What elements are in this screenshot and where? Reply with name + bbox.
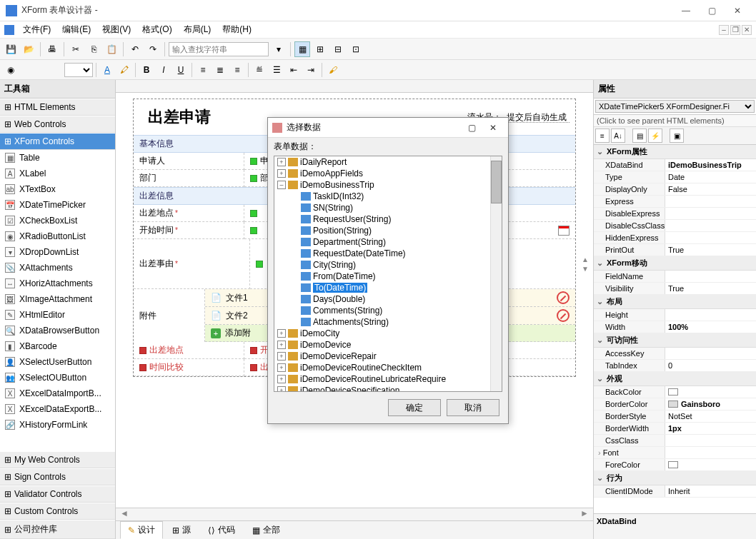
separator <box>96 63 96 77</box>
brush-icon[interactable]: 🖌 <box>325 62 341 78</box>
separator <box>290 42 291 56</box>
menubar: 文件(F) 编辑(E) 视图(V) 格式(O) 布局(L) 帮助(H) – ❐ … <box>0 21 756 39</box>
menu-layout[interactable]: 布局(L) <box>178 22 217 37</box>
menu-file[interactable]: 文件(F) <box>17 22 56 37</box>
align-left-icon[interactable]: ≡ <box>195 62 211 78</box>
menu-view[interactable]: 视图(V) <box>96 22 136 37</box>
separator <box>322 63 322 77</box>
bold-icon[interactable]: B <box>139 62 154 78</box>
font-size-combo[interactable] <box>64 63 93 77</box>
main-toolbar: 💾 📂 🖶 ✂ ⎘ 📋 ↶ ↷ ▾ ▦ ⊞ ⊟ ⊡ <box>0 39 756 60</box>
print-icon[interactable]: 🖶 <box>44 41 60 57</box>
copy-icon[interactable]: ⎘ <box>86 41 101 57</box>
close-button[interactable]: ✕ <box>725 2 750 19</box>
menu-help[interactable]: 帮助(H) <box>217 22 257 37</box>
align-right-icon[interactable]: ≡ <box>229 62 245 78</box>
outdent-icon[interactable]: ⇤ <box>286 62 302 78</box>
menu-edit[interactable]: 编辑(E) <box>56 22 96 37</box>
grid4-icon[interactable]: ⊡ <box>348 41 364 57</box>
separator <box>135 63 136 77</box>
open-icon[interactable]: 📂 <box>21 41 36 57</box>
mdi-close-icon[interactable]: ✕ <box>742 25 752 35</box>
backcolor-icon[interactable]: 🖍 <box>116 62 132 78</box>
grid3-icon[interactable]: ⊟ <box>330 41 346 57</box>
separator <box>123 42 124 56</box>
titlebar: XForm 表单设计器 - — ▢ ✕ <box>0 0 756 21</box>
app-icon <box>6 5 17 16</box>
grid-icon[interactable]: ▦ <box>294 41 310 57</box>
window-title: XForm 表单设计器 - <box>21 4 673 16</box>
mdi-restore-icon[interactable]: ❐ <box>730 25 740 35</box>
separator <box>192 63 192 77</box>
align-center-icon[interactable]: ≣ <box>212 62 228 78</box>
list-num-icon[interactable]: ≝ <box>252 62 267 78</box>
search-input[interactable] <box>169 42 269 56</box>
grid2-icon[interactable]: ⊞ <box>312 41 328 57</box>
mdi-min-icon[interactable]: – <box>719 25 729 35</box>
paste-icon[interactable]: 📋 <box>104 41 119 57</box>
redo-icon[interactable]: ↷ <box>145 41 161 57</box>
list-bullet-icon[interactable]: ☰ <box>269 62 284 78</box>
separator <box>164 42 165 56</box>
format-toolbar: ◉ A 🖍 B I U ≡ ≣ ≡ ≝ ☰ ⇤ ⇥ 🖌 <box>0 60 756 80</box>
separator <box>40 42 41 56</box>
menu-app-icon <box>4 25 14 35</box>
underline-icon[interactable]: U <box>173 62 189 78</box>
minimize-button[interactable]: — <box>673 2 699 19</box>
separator <box>64 42 64 56</box>
separator <box>248 63 249 77</box>
italic-icon[interactable]: I <box>156 62 171 78</box>
cut-icon[interactable]: ✂ <box>68 41 84 57</box>
maximize-button[interactable]: ▢ <box>699 2 725 19</box>
indent-icon[interactable]: ⇥ <box>303 62 319 78</box>
slider-icon[interactable]: ◉ <box>3 62 19 78</box>
dropdown-icon[interactable]: ▾ <box>271 41 287 57</box>
forecolor-icon[interactable]: A <box>99 62 115 78</box>
menu-format[interactable]: 格式(O) <box>136 22 177 37</box>
mdi-controls: – ❐ ✕ <box>719 25 752 35</box>
undo-icon[interactable]: ↶ <box>127 41 143 57</box>
save-icon[interactable]: 💾 <box>3 41 19 57</box>
